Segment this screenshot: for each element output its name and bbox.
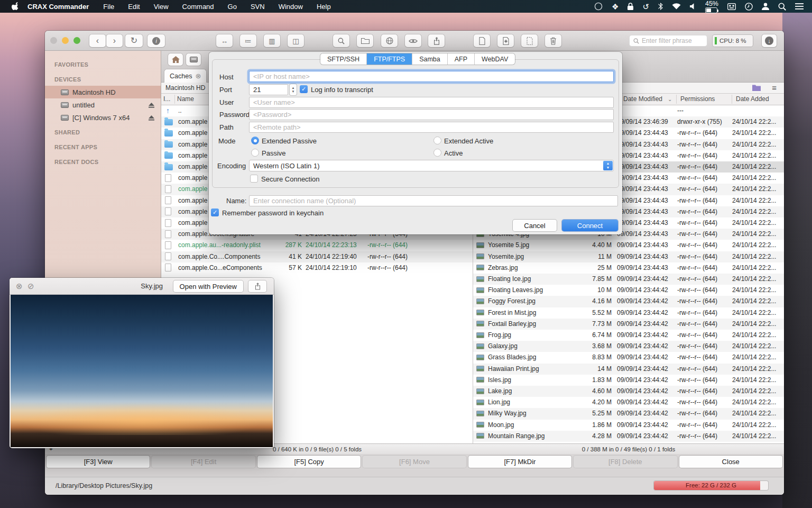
app-shape-icon[interactable]	[594, 2, 603, 11]
user-input[interactable]: <User name>	[249, 97, 614, 108]
file-row[interactable]: Foggy Forest.jpg4.16 M09/09/14 23:44:42-…	[473, 296, 784, 307]
file-row[interactable]: Lion.jpg4.20 M09/09/14 23:44:42-rw-r--r-…	[473, 397, 784, 408]
folder-view-icon[interactable]	[752, 84, 761, 93]
menu-edit[interactable]: Edit	[121, 3, 146, 11]
file-row[interactable]: Hawaiian Print.jpg14 M09/09/14 23:44:42-…	[473, 364, 784, 375]
sidebar-view-button[interactable]: ▥	[264, 34, 280, 47]
tab-close-icon[interactable]: ⊗	[195, 72, 201, 80]
file-row[interactable]: Zebras.jpg25 M09/09/14 23:44:43-rw-r--r-…	[473, 262, 784, 274]
menu-file[interactable]: File	[96, 3, 121, 11]
file-row[interactable]: Frog.jpg6.74 M09/09/14 23:44:42-rw-r--r-…	[473, 330, 784, 341]
search-button[interactable]	[333, 34, 349, 47]
wifi-icon[interactable]	[672, 3, 681, 10]
left-col-icon[interactable]: I...	[163, 95, 170, 103]
close-window-button[interactable]	[50, 37, 57, 44]
cancel-button[interactable]: Cancel	[513, 220, 557, 231]
file-row[interactable]: com.apple.au...-readonly.plist287 K24/10…	[161, 240, 473, 251]
file-row[interactable]: Yosemite.jpg11 M09/09/14 23:44:43-rw-r--…	[473, 251, 784, 262]
input-source-icon[interactable]	[727, 3, 736, 10]
mode-radio-passive[interactable]	[251, 149, 259, 157]
eject-icon[interactable]	[149, 102, 154, 110]
file-row[interactable]: com.apple.Co...eComponents57 K24/10/14 2…	[161, 262, 473, 274]
info-button[interactable]: i	[147, 34, 165, 47]
notification-center-icon[interactable]	[795, 3, 804, 10]
apple-menu-icon[interactable]	[7, 2, 23, 11]
host-input[interactable]: <IP or host name>	[249, 71, 614, 82]
mode-radio-active[interactable]	[433, 149, 441, 157]
clock-icon[interactable]	[745, 3, 753, 11]
menu-window[interactable]: Window	[272, 3, 310, 11]
function-button-close[interactable]: Close	[679, 456, 782, 468]
right-col-modified[interactable]: Date Modified	[623, 95, 662, 103]
list-view-icon[interactable]: ≡	[772, 83, 777, 92]
queue-download-button[interactable]: ↓	[762, 34, 777, 47]
time-machine-icon[interactable]: ↺	[642, 3, 649, 11]
protocol-tab-sftp-ssh[interactable]: SFTP/SSH	[320, 53, 367, 65]
encoding-select[interactable]: Western (ISO Latin 1) ▲▼	[249, 160, 614, 171]
protocol-tab-samba[interactable]: Samba	[412, 53, 448, 65]
sidebar-item-untitled[interactable]: untitled	[45, 98, 161, 111]
forward-button[interactable]: ›	[106, 34, 123, 47]
share-button[interactable]	[428, 34, 445, 47]
trash-button[interactable]	[545, 34, 561, 47]
file-row[interactable]: Moon.jpg1.86 M09/09/14 23:44:42-rw-r--r-…	[473, 420, 784, 431]
file-row[interactable]: Lake.jpg4.60 M09/09/14 23:44:42-rw-r--r-…	[473, 386, 784, 397]
function-button--f7-mkdir[interactable]: [F7] MkDir	[468, 456, 571, 468]
new-folder-button[interactable]	[357, 34, 373, 47]
eject-icon[interactable]	[149, 114, 154, 122]
user-icon[interactable]	[762, 3, 769, 10]
right-col-permissions[interactable]: Permissions	[680, 95, 715, 103]
menu-view[interactable]: View	[147, 3, 176, 11]
mode-radio-extended-passive[interactable]	[251, 137, 259, 144]
open-with-preview-button[interactable]: Open with Preview	[173, 280, 243, 292]
log-transcript-checkbox[interactable]: ✓	[300, 85, 308, 93]
file-row[interactable]: Mountain Range.jpg4.28 M09/09/14 23:44:4…	[473, 431, 784, 442]
file-row[interactable]: Floating Leaves.jpg10 M09/09/14 23:44:42…	[473, 285, 784, 296]
mode-radio-extended-active[interactable]	[433, 137, 441, 144]
secure-connection-checkbox[interactable]	[250, 175, 258, 183]
file-row[interactable]: Forest in Mist.jpg5.52 M09/09/14 23:44:4…	[473, 307, 784, 319]
port-input[interactable]: 21	[249, 84, 288, 95]
filter-input[interactable]: Enter filter phrase	[629, 35, 707, 47]
function-button--f3-view[interactable]: [F3] View	[47, 456, 150, 468]
port-stepper[interactable]: ▲▼	[290, 84, 297, 95]
connection-name-input[interactable]: Enter connection name (Optional)	[249, 195, 618, 206]
right-col-added[interactable]: Date Added	[736, 95, 769, 103]
path-input[interactable]: <Remote path>	[249, 122, 614, 133]
battery-icon[interactable]	[705, 7, 717, 13]
swap-panels-button[interactable]: ↔	[216, 34, 233, 47]
file-row[interactable]: Isles.jpg1.83 M09/09/14 23:44:42-rw-r--r…	[473, 375, 784, 386]
protocol-tab-webdav[interactable]: WebDAV	[475, 53, 515, 65]
refresh-button[interactable]: ↻	[125, 34, 143, 47]
bluetooth-icon[interactable]	[658, 3, 663, 10]
function-button--f5-copy[interactable]: [F5] Copy	[257, 456, 361, 468]
file-row[interactable]: Grass Blades.jpg8.83 M09/09/14 23:44:42-…	[473, 352, 784, 363]
file-row[interactable]: Foxtail Barley.jpg7.73 M09/09/14 23:44:4…	[473, 319, 784, 330]
copy-file-button[interactable]	[474, 34, 490, 47]
volumes-location-button[interactable]	[186, 53, 201, 66]
file-row[interactable]: com.apple.Co....Components41 K24/10/14 2…	[161, 251, 473, 262]
connect-button[interactable]: Connect	[562, 220, 618, 231]
zoom-window-button[interactable]	[73, 37, 80, 44]
preview-eye-button[interactable]	[405, 34, 421, 47]
preview-share-button[interactable]	[248, 280, 266, 292]
new-file-button[interactable]	[521, 34, 538, 47]
protocol-tab-ftp-ftps[interactable]: FTP/FTPS	[367, 53, 412, 65]
protocol-tab-afp[interactable]: AFP	[448, 53, 475, 65]
menu-svn[interactable]: SVN	[244, 3, 272, 11]
left-col-name[interactable]: Name	[177, 95, 194, 103]
menu-app-name[interactable]: CRAX Commander	[23, 3, 96, 11]
password-input[interactable]: <Password>	[249, 109, 614, 120]
sidebar-item--c-windows-7-x64[interactable]: [C] Windows 7 x64	[45, 111, 161, 124]
file-row[interactable]: Milky Way.jpg5.25 M09/09/14 23:44:42-rw-…	[473, 408, 784, 419]
file-row[interactable]: Floating Ice.jpg7.85 M09/09/14 23:44:42-…	[473, 274, 784, 285]
file-row[interactable]: Yosemite 5.jpg4.40 M09/09/14 23:44:43-rw…	[473, 240, 784, 251]
spotlight-search-icon[interactable]	[778, 3, 786, 11]
menu-command[interactable]: Command	[176, 3, 221, 11]
menu-help[interactable]: Help	[310, 3, 338, 11]
file-row[interactable]: Galaxy.jpg3.68 M09/09/14 23:44:42-rw-r--…	[473, 341, 784, 352]
volume-icon[interactable]	[690, 3, 696, 10]
lock-icon[interactable]	[628, 3, 633, 10]
network-button[interactable]	[381, 34, 398, 47]
home-location-button[interactable]	[168, 53, 183, 66]
